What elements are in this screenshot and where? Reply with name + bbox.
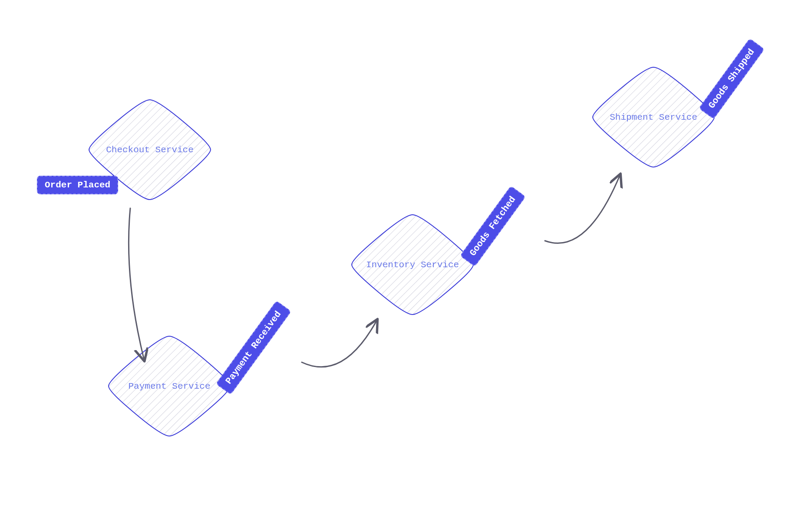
- service-node-inventory: Inventory Service: [347, 210, 478, 319]
- arrow-inventory-to-shipment: [545, 175, 620, 243]
- event-label: Order Placed: [45, 180, 110, 190]
- arrow-payment-to-inventory: [302, 320, 377, 367]
- service-label: Checkout Service: [106, 145, 194, 155]
- service-node-payment: Payment Service: [104, 332, 234, 440]
- service-label: Payment Service: [128, 381, 210, 391]
- service-label: Shipment Service: [610, 112, 697, 122]
- service-label: Inventory Service: [366, 260, 459, 270]
- service-node-shipment: Shipment Service: [588, 63, 719, 171]
- event-badge-order-placed: Order Placed: [37, 176, 118, 194]
- choreography-diagram: Checkout Service Payment Service Invento…: [0, 0, 812, 531]
